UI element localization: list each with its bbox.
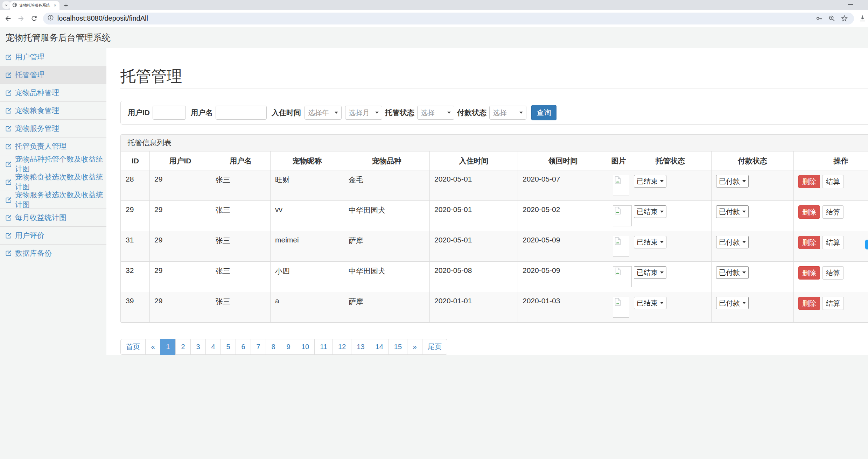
window-minimize-button[interactable] <box>848 4 853 5</box>
edit-icon <box>5 232 12 239</box>
tab-search-button[interactable] <box>2 1 10 9</box>
select-arrow-icon <box>660 271 664 274</box>
settle-button[interactable]: 结算 <box>822 236 844 249</box>
pagination-page-10[interactable]: 10 <box>296 339 315 355</box>
sidebar-item-food-stats-chart[interactable]: 宠物粮食被选次数及收益统计图 <box>0 173 106 191</box>
pagination-page-13[interactable]: 13 <box>351 339 370 355</box>
edit-icon <box>5 90 12 96</box>
cell-pet-name: a <box>271 292 344 323</box>
username-input[interactable] <box>216 106 267 120</box>
deposit-status-select[interactable]: 已结束 <box>634 205 666 218</box>
pagination-page-14[interactable]: 14 <box>370 339 389 355</box>
bookmark-star-icon[interactable] <box>839 13 850 24</box>
pagination-page-9[interactable]: 9 <box>281 339 296 355</box>
payment-status-filter-select[interactable]: 选择 <box>489 106 526 120</box>
deposit-status-select[interactable]: 已结束 <box>634 297 666 309</box>
user-id-label: 用户ID <box>128 108 150 118</box>
reload-button[interactable] <box>29 13 39 24</box>
payment-status-select[interactable]: 已付款 <box>716 266 749 279</box>
sidebar-item-user-reviews[interactable]: 用户评价 <box>0 226 106 244</box>
pagination-page-5[interactable]: 5 <box>220 339 236 355</box>
deposit-status-select[interactable]: 已结束 <box>634 266 666 279</box>
pagination-page-3[interactable]: 3 <box>190 339 206 355</box>
pagination-page-8[interactable]: 8 <box>266 339 281 355</box>
pagination-page-11[interactable]: 11 <box>314 339 333 355</box>
sidebar-item-label: 宠物粮食被选次数及收益统计图 <box>15 172 106 192</box>
cell-pet-breed: 中华田园犬 <box>344 201 430 231</box>
sidebar-item-monthly-income-chart[interactable]: 每月收益统计图 <box>0 209 106 226</box>
select-arrow-icon <box>742 211 746 213</box>
app-header: 宠物托管服务后台管理系统 <box>0 27 868 48</box>
delete-button[interactable]: 删除 <box>798 175 820 188</box>
browser-tab[interactable]: 宠物托管服务系统 × <box>10 1 59 10</box>
page-title: 托管管理 <box>120 68 868 84</box>
payment-status-select[interactable]: 已付款 <box>716 175 749 188</box>
new-tab-button[interactable] <box>62 1 70 9</box>
pagination-page-7[interactable]: 7 <box>251 339 266 355</box>
year-select[interactable]: 选择年 <box>304 106 342 120</box>
address-bar[interactable]: localhost:8080/deposit/findAll <box>43 13 854 24</box>
select-arrow-icon <box>375 112 379 114</box>
user-id-input[interactable] <box>153 106 186 120</box>
sidebar-item-service-stats-chart[interactable]: 宠物服务被选次数及收益统计图 <box>0 191 106 209</box>
settle-button[interactable]: 结算 <box>822 175 844 188</box>
search-button[interactable]: 查询 <box>531 105 556 120</box>
deposit-status-select[interactable]: 已结束 <box>634 236 666 248</box>
sidebar-item-user-management[interactable]: 用户管理 <box>0 48 106 66</box>
sidebar-item-pet-food-management[interactable]: 宠物粮食管理 <box>0 101 106 119</box>
deposit-status-select[interactable]: 已结束 <box>634 175 666 188</box>
payment-status-select[interactable]: 已付款 <box>716 205 749 218</box>
edit-icon <box>5 214 12 221</box>
cell-username: 张三 <box>211 262 271 292</box>
sidebar-item-deposit-management[interactable]: 托管管理 <box>0 66 106 84</box>
forward-button[interactable] <box>16 13 26 24</box>
delete-button[interactable]: 删除 <box>798 205 820 219</box>
pagination-page-15[interactable]: 15 <box>388 339 407 355</box>
zoom-icon[interactable] <box>827 13 837 24</box>
payment-status-select[interactable]: 已付款 <box>716 236 749 248</box>
partially-visible-blue-element[interactable] <box>865 240 868 249</box>
url-text[interactable]: localhost:8080/deposit/findAll <box>57 14 812 22</box>
sidebar-item-label: 托管管理 <box>15 70 44 80</box>
download-icon[interactable] <box>858 13 868 24</box>
delete-button[interactable]: 删除 <box>798 297 820 310</box>
pagination-last[interactable]: 尾页 <box>422 339 447 355</box>
back-button[interactable] <box>3 13 13 24</box>
plus-icon <box>63 3 69 8</box>
sidebar-item-pet-service-management[interactable]: 宠物服务管理 <box>0 119 106 137</box>
sidebar-item-pet-breed-management[interactable]: 宠物品种管理 <box>0 84 106 101</box>
delete-button[interactable]: 删除 <box>798 236 820 249</box>
payment-status-label: 付款状态 <box>457 108 486 118</box>
col-header-payment-status: 付款状态 <box>712 151 794 170</box>
cell-return-date: 2020-01-03 <box>518 292 608 323</box>
sidebar-item-database-backup[interactable]: 数据库备份 <box>0 244 106 262</box>
pagination-page-1[interactable]: 1 <box>160 339 176 355</box>
page: 宠物托管服务后台管理系统 用户管理 托管管理 宠物品种管理 宠物粮食管理 宠物服… <box>0 27 868 459</box>
settle-button[interactable]: 结算 <box>822 297 844 310</box>
site-info-icon[interactable] <box>47 14 54 22</box>
pagination-first[interactable]: 首页 <box>120 339 146 355</box>
pagination-page-6[interactable]: 6 <box>236 339 251 355</box>
settle-button[interactable]: 结算 <box>822 266 844 280</box>
pagination-page-4[interactable]: 4 <box>205 339 221 355</box>
pagination-page-2[interactable]: 2 <box>175 339 191 355</box>
sidebar-item-caretaker-management[interactable]: 托管负责人管理 <box>0 137 106 155</box>
payment-status-select[interactable]: 已付款 <box>716 297 749 309</box>
pagination-page-12[interactable]: 12 <box>332 339 351 355</box>
select-arrow-icon <box>660 180 664 182</box>
delete-button[interactable]: 删除 <box>798 266 820 280</box>
cell-pet-name: 旺财 <box>271 170 344 201</box>
pagination-prev[interactable]: « <box>145 339 161 355</box>
sidebar-item-breed-stats-chart[interactable]: 宠物品种托管个数及收益统计图 <box>0 155 106 173</box>
chevron-down-icon <box>4 3 8 7</box>
deposit-list-panel: 托管信息列表 ID 用户ID 用户名 宠物昵称 <box>120 134 868 323</box>
settle-button[interactable]: 结算 <box>822 205 844 219</box>
password-key-icon[interactable] <box>814 13 825 24</box>
table-row: 39 29 张三 a 萨摩 2020-01-01 2020-01-03 已结束 … <box>121 292 868 323</box>
col-header-id: ID <box>121 151 150 170</box>
tab-close-icon[interactable]: × <box>53 3 57 8</box>
cell-return-date: 2020-05-09 <box>518 262 608 292</box>
month-select[interactable]: 选择月 <box>345 106 382 120</box>
pagination-next[interactable]: » <box>407 339 422 355</box>
deposit-status-filter-select[interactable]: 选择 <box>417 106 454 120</box>
